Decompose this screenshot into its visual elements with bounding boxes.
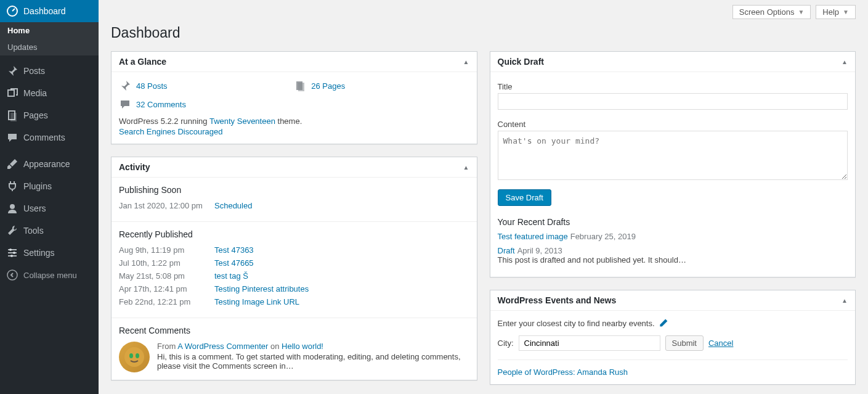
post-date: Feb 22nd, 12:21 pm — [119, 297, 214, 306]
title-label: Title — [498, 82, 848, 91]
scheduled-row: Jan 1st 2020, 12:00 pm Scheduled — [119, 201, 469, 210]
theme-suffix: theme. — [275, 117, 302, 126]
events-news-widget: WordPress Events and News ▲ Enter your c… — [490, 290, 856, 385]
menu-label: Appearance — [23, 159, 70, 169]
svg-point-4 — [10, 204, 15, 209]
menu-comments[interactable]: Comments — [0, 126, 99, 149]
theme-link[interactable]: Twenty Seventeen — [209, 117, 275, 126]
plug-icon — [6, 180, 18, 192]
pin-icon — [119, 80, 131, 92]
draft-excerpt: This post is drafted and not published y… — [498, 255, 848, 265]
post-date: Aug 9th, 11:19 pm — [119, 245, 214, 255]
menu-users[interactable]: Users — [0, 197, 99, 220]
widget-title: Activity — [119, 162, 150, 172]
quick-draft-widget: Quick Draft ▲ Title Content Save Draft Y… — [490, 51, 856, 277]
menu-label: Media — [23, 88, 47, 98]
comment-author-link[interactable]: A WordPress Commenter — [177, 342, 268, 351]
pages-icon — [6, 109, 18, 121]
comment-item: From A WordPress Commenter on Hello worl… — [119, 342, 469, 372]
published-row: Apr 17th, 12:41 pmTesting Pinterest attr… — [119, 284, 469, 293]
menu-dashboard[interactable]: Dashboard — [0, 0, 99, 22]
wp-version-text: WordPress 5.2.2 running — [119, 117, 209, 126]
draft-link[interactable]: Draft — [498, 246, 515, 255]
menu-posts[interactable]: Posts — [0, 60, 99, 82]
post-link[interactable]: Test 47363 — [214, 245, 254, 255]
comments-count-link[interactable]: 32 Comments — [136, 100, 186, 109]
city-label: City: — [498, 339, 514, 348]
save-draft-button[interactable]: Save Draft — [498, 189, 551, 206]
wrench-icon — [6, 224, 18, 237]
collapse-menu[interactable]: Collapse menu — [0, 264, 99, 286]
published-row: Aug 9th, 11:19 pmTest 47363 — [119, 245, 469, 255]
post-date: May 21st, 5:08 pm — [119, 271, 214, 281]
cancel-link[interactable]: Cancel — [708, 339, 733, 348]
collapse-widget-icon[interactable]: ▲ — [463, 164, 469, 171]
published-row: Jul 10th, 1:22 pmTest 47665 — [119, 258, 469, 268]
chevron-down-icon: ▼ — [798, 9, 804, 15]
collapse-widget-icon[interactable]: ▲ — [842, 297, 848, 304]
at-a-glance-widget: At a Glance ▲ 48 Posts 26 Pages — [111, 51, 477, 144]
user-icon — [6, 202, 18, 215]
help-label: Help — [822, 7, 839, 17]
activity-widget: Activity ▲ Publishing Soon Jan 1st 2020,… — [111, 157, 477, 380]
post-link[interactable]: Testing Pinterest attributes — [214, 284, 309, 293]
widget-title: WordPress Events and News — [498, 295, 617, 305]
post-link[interactable]: test tag Š — [214, 271, 248, 281]
menu-media[interactable]: Media — [0, 82, 99, 104]
submenu-dashboard: Home Updates — [0, 22, 99, 55]
draft-content-textarea[interactable] — [498, 131, 848, 180]
svg-point-11 — [124, 347, 144, 367]
comment-icon — [6, 131, 18, 144]
search-discouraged-link[interactable]: Search Engines Discouraged — [119, 127, 469, 136]
svg-point-8 — [7, 270, 17, 280]
post-link[interactable]: Test 47665 — [214, 258, 254, 268]
svg-rect-10 — [298, 83, 304, 91]
dashboard-icon — [6, 5, 18, 17]
menu-plugins[interactable]: Plugins — [0, 175, 99, 197]
draft-item: Test featured imageFebruary 25, 2019 — [498, 232, 848, 241]
menu-appearance[interactable]: Appearance — [0, 153, 99, 175]
chevron-down-icon: ▼ — [843, 9, 849, 15]
submenu-home[interactable]: Home — [0, 22, 99, 39]
published-row: Feb 22nd, 12:21 pmTesting Image Link URL — [119, 297, 469, 306]
published-row: May 21st, 5:08 pmtest tag Š — [119, 271, 469, 281]
comment-post-link[interactable]: Hello world! — [282, 342, 323, 351]
recently-published-heading: Recently Published — [119, 229, 469, 239]
screen-options-button[interactable]: Screen Options▼ — [732, 5, 811, 19]
submenu-updates[interactable]: Updates — [0, 39, 99, 55]
draft-item: DraftApril 9, 2013 This post is drafted … — [498, 246, 848, 265]
widget-title: Quick Draft — [498, 57, 544, 67]
collapse-widget-icon[interactable]: ▲ — [463, 59, 469, 65]
menu-settings[interactable]: Settings — [0, 242, 99, 264]
menu-label: Users — [23, 203, 46, 213]
post-link[interactable]: Testing Image Link URL — [214, 297, 299, 306]
help-button[interactable]: Help▼ — [816, 5, 856, 19]
content-label: Content — [498, 120, 848, 129]
top-toolbar: Screen Options▼ Help▼ — [111, 0, 856, 19]
menu-tools[interactable]: Tools — [0, 220, 99, 242]
collapse-widget-icon[interactable]: ▲ — [842, 59, 848, 65]
post-link[interactable]: Scheduled — [214, 201, 252, 210]
city-input[interactable] — [519, 335, 660, 351]
pages-count-link[interactable]: 26 Pages — [311, 81, 345, 91]
pin-icon — [6, 65, 18, 77]
submit-button[interactable]: Submit — [665, 335, 704, 351]
news-link[interactable]: People of WordPress: Amanda Rush — [498, 359, 848, 377]
from-text: From — [157, 342, 177, 351]
page-title: Dashboard — [111, 19, 856, 44]
post-date: Jan 1st 2020, 12:00 pm — [119, 201, 214, 210]
recent-drafts-heading: Your Recent Drafts — [498, 217, 848, 227]
admin-sidebar: Dashboard Home Updates Posts Media Pages… — [0, 0, 99, 394]
svg-point-5 — [9, 248, 12, 251]
draft-link[interactable]: Test featured image — [498, 232, 568, 241]
menu-pages[interactable]: Pages — [0, 104, 99, 126]
menu-label: Pages — [23, 110, 48, 120]
edit-location-icon[interactable] — [659, 318, 668, 328]
menu-label: Plugins — [23, 181, 52, 191]
draft-title-input[interactable] — [498, 93, 848, 110]
post-date: Apr 17th, 12:41 pm — [119, 284, 214, 293]
collapse-icon — [6, 269, 18, 281]
posts-count-link[interactable]: 48 Posts — [136, 81, 168, 91]
collapse-label: Collapse menu — [23, 271, 77, 280]
brush-icon — [6, 158, 18, 170]
